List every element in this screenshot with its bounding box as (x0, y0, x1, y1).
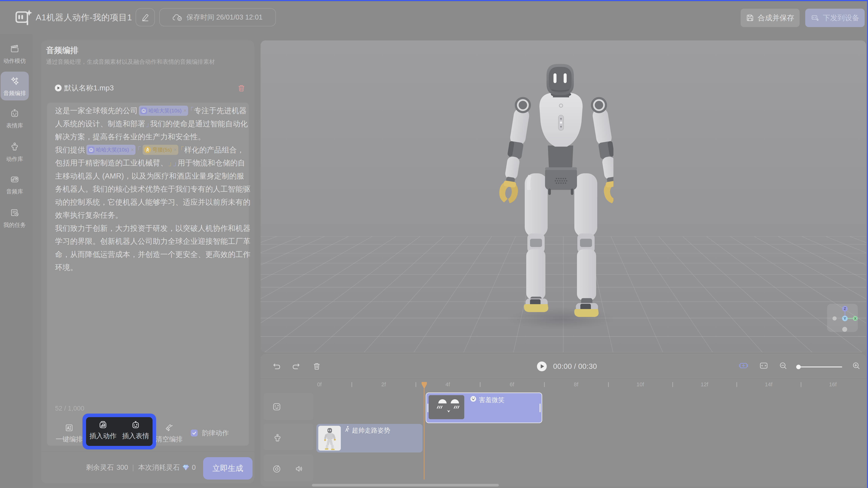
audio-file-row: 默认名称1.mp3 (41, 81, 248, 94)
clip-trim-handle-left[interactable] (427, 404, 428, 412)
annotation-topline (0, 1, 868, 1)
svg-text:Z: Z (844, 307, 846, 311)
sidebar-item-motion-mimic[interactable]: 动作模仿 (0, 44, 29, 65)
time-current: 00:00 (553, 362, 572, 371)
audio-track-gutter (264, 454, 313, 481)
axis-gizmo[interactable]: Z X Y (827, 304, 858, 332)
synthesize-save-button[interactable]: 合成并保存 (741, 9, 800, 27)
rhythm-motion-label: 韵律动作 (202, 428, 229, 438)
play-button[interactable] (537, 361, 547, 371)
separator: | (131, 464, 136, 471)
range-bracket: 「 (136, 145, 142, 155)
deploy-to-device-button[interactable]: 下发到设备 (805, 9, 865, 27)
remove-tag-button[interactable]: × (174, 147, 177, 153)
rhythm-motion-toggle[interactable]: 韵律动作 (191, 428, 229, 438)
editor-line: 这是一家全球领先的公司哈哈大笑(10s)×「专注于先进机器 (55, 104, 243, 117)
ruler-tick (737, 382, 737, 387)
clip-trim-handle-right[interactable] (539, 404, 540, 412)
remaining-gems-label: 剩余灵石 (86, 463, 114, 472)
clapperboard-icon (0, 44, 29, 53)
annotation-highlight-box: 插入动作 插入表情 (83, 413, 156, 450)
clear-arrange-label: 清空编排 (153, 435, 185, 444)
music-box-icon (0, 175, 29, 184)
delete-clip-button[interactable] (313, 363, 320, 370)
insert-expression-label: 插入表情 (121, 431, 151, 441)
save-time-label: 保存时间 (186, 13, 214, 21)
gem-icon (182, 464, 189, 471)
remove-tag-button[interactable]: × (131, 147, 134, 153)
sidebar-item-my-tasks[interactable]: 我的任务 (0, 208, 29, 229)
sidebar-item-label: 动作库 (0, 155, 29, 163)
robot-face-icon (0, 109, 29, 118)
timeline-clip-motion[interactable]: 超帅走路姿势 (316, 424, 423, 453)
zoom-out-button[interactable] (779, 362, 787, 370)
viewport-3d[interactable]: Z X Y (260, 40, 866, 352)
pencil-icon (141, 13, 149, 22)
ruler-label: 16f (829, 381, 837, 387)
save-time-value: 26/01/03 12:01 (216, 13, 262, 21)
ruler-label: 10f (637, 381, 644, 387)
timeline-clip-expression[interactable]: 害羞微笑 (426, 393, 542, 423)
ruler-tick (801, 382, 801, 387)
one-click-arrange-button[interactable]: 一键编排 (53, 424, 85, 444)
insert-motion-label: 插入动作 (88, 431, 118, 441)
insert-expression-button[interactable]: 插入表情 (121, 417, 151, 441)
generate-now-button[interactable]: 立即生成 (203, 457, 252, 480)
motion-tag-icon (144, 146, 151, 153)
volume-track-icon (296, 465, 303, 472)
robot-download-icon (810, 14, 819, 22)
zoom-slider[interactable] (796, 365, 843, 369)
delete-audio-button[interactable] (238, 85, 245, 92)
script-editor[interactable]: 这是一家全球领先的公司哈哈大笑(10s)×「专注于先进机器人系统的设计、制造和部… (47, 103, 249, 446)
undo-button[interactable] (273, 363, 281, 370)
timeline-scrollbar[interactable] (312, 484, 499, 487)
play-audio-button[interactable] (55, 84, 62, 91)
zoom-in-button[interactable] (852, 362, 860, 370)
expression-track-gutter (264, 393, 313, 420)
editor-line: 务机器人。我们的核心技术优势在于我们专有的人工智能驱 (55, 182, 243, 196)
timeline-ruler[interactable]: 0f2f4f6f8f10f12f14f16f (260, 379, 866, 391)
fit-timeline-button[interactable] (760, 362, 768, 369)
remove-tag-button[interactable]: × (184, 108, 187, 114)
annotation-border-right (867, 0, 868, 488)
sidebar-item-expression-library[interactable]: 表情库 (0, 109, 29, 130)
deploy-to-device-label: 下发到设备 (823, 13, 860, 23)
sidebar-item-label: 动作模仿 (0, 57, 29, 65)
time-display: 00:00/00:30 (553, 354, 597, 379)
ruler-label: 0f (317, 381, 322, 387)
editor-line: 包括用于精密制造的工业机械臂、」」用于物流和仓储的自 (55, 156, 243, 170)
ruler-label: 8f (574, 381, 578, 387)
sidebar-item-audio-library[interactable]: 音频库 (0, 175, 29, 196)
rename-project-button[interactable] (136, 8, 155, 26)
audio-file-name: 默认名称1.mp3 (64, 81, 114, 94)
synthesize-save-label: 合成并保存 (758, 13, 794, 23)
insert-motion-button[interactable]: 插入动作 (88, 417, 118, 441)
panel-subtitle: 通过音频处理，生成音频素材以及融合动作和表情的音频编排素材 (46, 58, 215, 66)
walking-person-icon (344, 426, 350, 433)
ruler-tick (415, 382, 416, 387)
insert-keyframe-button[interactable] (739, 362, 748, 369)
expression-tag[interactable]: 哈哈大笑(10s)× (86, 145, 135, 155)
project-title: A1机器人动作-我的项目1 (36, 1, 132, 34)
person-icon (0, 142, 29, 151)
broom-icon (153, 424, 185, 432)
robot-figure (493, 62, 613, 321)
editor-line: 效率执行复杂任务。 (55, 209, 243, 222)
app-logo-icon (13, 9, 32, 26)
expression-tag-icon (141, 107, 147, 114)
timeline-panel: 00:00/00:30 (260, 354, 866, 487)
range-bracket: 」 (145, 119, 150, 129)
panel-title: 音频编排 (46, 45, 79, 56)
ruler-tick (608, 382, 609, 387)
playhead-handle[interactable] (422, 382, 427, 389)
playhead-line[interactable] (424, 389, 425, 480)
redo-button[interactable] (292, 363, 300, 370)
sidebar-item-motion-library[interactable]: 动作库 (0, 142, 29, 163)
motion-tag[interactable]: 弯腰(5s)× (143, 145, 178, 155)
ruler-label: 12f (701, 381, 708, 387)
expression-tag[interactable]: 哈哈大笑(10s)× (139, 106, 188, 116)
sidebar-item-label: 我的任务 (0, 221, 29, 229)
clear-arrange-button[interactable]: 清空编排 (153, 424, 185, 444)
editor-text: 这是一家全球领先的公司哈哈大笑(10s)×「专注于先进机器人系统的设计、制造和部… (55, 104, 243, 274)
sidebar-item-audio-arrange[interactable]: 音频编排 (0, 76, 29, 97)
